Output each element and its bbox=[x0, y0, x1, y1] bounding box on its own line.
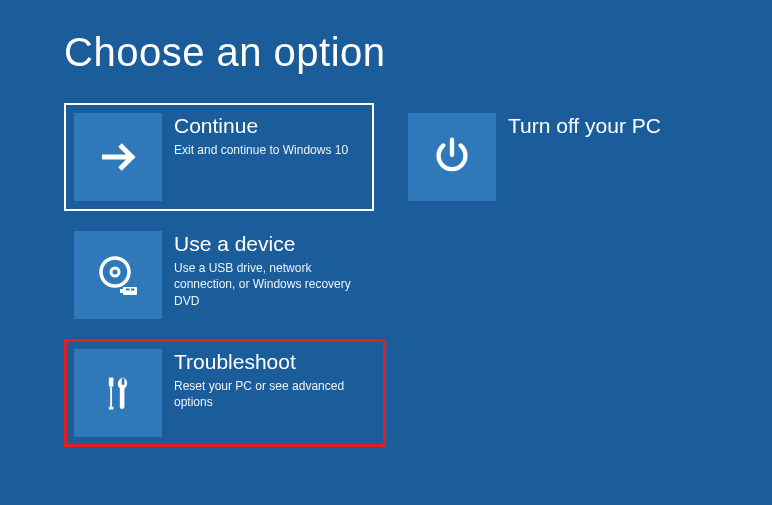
troubleshoot-desc: Reset your PC or see advanced options bbox=[174, 378, 376, 410]
troubleshoot-tile[interactable]: Troubleshoot Reset your PC or see advanc… bbox=[64, 339, 386, 447]
svg-rect-9 bbox=[110, 387, 112, 407]
svg-rect-7 bbox=[131, 289, 135, 291]
svg-rect-5 bbox=[120, 289, 124, 293]
use-device-title: Use a device bbox=[174, 231, 376, 256]
use-device-tile[interactable]: Use a device Use a USB drive, network co… bbox=[64, 221, 386, 329]
svg-rect-8 bbox=[109, 377, 114, 386]
continue-desc: Exit and continue to Windows 10 bbox=[174, 142, 348, 158]
turnoff-title: Turn off your PC bbox=[508, 113, 661, 138]
arrow-right-icon bbox=[74, 113, 162, 201]
svg-rect-10 bbox=[109, 407, 114, 410]
svg-point-2 bbox=[101, 258, 129, 286]
disc-usb-icon bbox=[74, 231, 162, 319]
continue-tile[interactable]: Continue Exit and continue to Windows 10 bbox=[64, 103, 374, 211]
page-title: Choose an option bbox=[64, 30, 708, 75]
svg-point-3 bbox=[111, 268, 119, 276]
turnoff-tile[interactable]: Turn off your PC bbox=[398, 103, 708, 211]
troubleshoot-title: Troubleshoot bbox=[174, 349, 376, 374]
tools-icon bbox=[74, 349, 162, 437]
power-icon bbox=[408, 113, 496, 201]
svg-rect-6 bbox=[126, 289, 130, 291]
continue-title: Continue bbox=[174, 113, 348, 138]
svg-rect-4 bbox=[123, 287, 137, 295]
use-device-desc: Use a USB drive, network connection, or … bbox=[174, 260, 376, 309]
